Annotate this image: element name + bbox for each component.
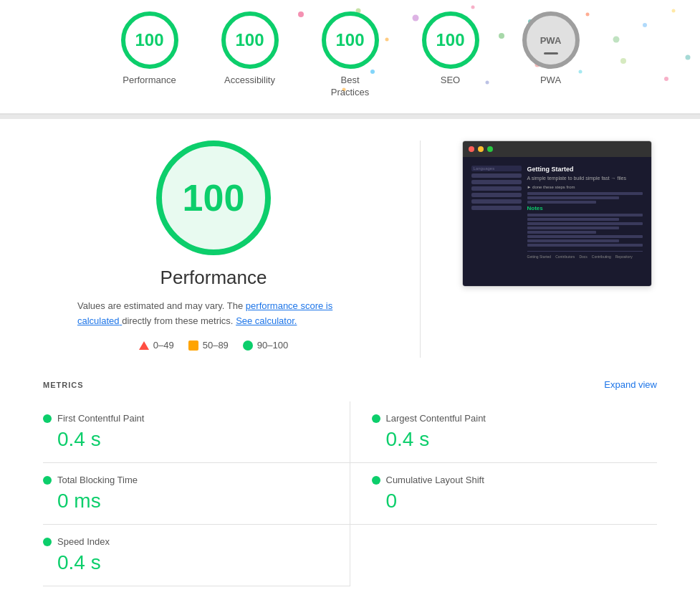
- score-circle-seo: 100: [422, 11, 479, 69]
- metric-name-cls: Cumulative Layout Shift: [386, 475, 484, 485]
- metric-dot-lcp: [372, 414, 380, 423]
- minimize-dot: [478, 146, 484, 152]
- calculator-link[interactable]: See calculator.: [236, 315, 297, 326]
- screenshot-titlebar: [463, 141, 651, 157]
- metrics-header: METRICS Expand view: [43, 379, 657, 390]
- page-screenshot: Languages Getting Started A simple templ…: [462, 141, 652, 287]
- metric-dot-si: [43, 538, 52, 546]
- metric-header-cls: Cumulative Layout Shift: [372, 475, 658, 485]
- metric-item-si: Speed Index 0.4 s: [43, 525, 350, 586]
- score-legend: 0–49 50–89 90–100: [139, 340, 288, 351]
- pwa-dash: [544, 52, 558, 54]
- metric-item-cls: Cumulative Layout Shift 0: [350, 463, 658, 525]
- metric-item-tbt: Total Blocking Time 0 ms: [43, 463, 350, 525]
- metric-value-lcp: 0.4 s: [386, 428, 658, 451]
- svg-point-11: [613, 37, 620, 43]
- scores-header: 100Performance100Accessibility100Best Pr…: [0, 0, 700, 115]
- score-circle-pwa: PWA: [522, 11, 580, 69]
- score-value-best-practices: 100: [335, 30, 364, 50]
- metric-name-lcp: Largest Contentful Paint: [386, 413, 486, 424]
- score-item-best-practices: 100Best Practices: [322, 11, 379, 99]
- svg-point-13: [672, 9, 676, 13]
- vertical-divider: [420, 141, 421, 358]
- score-circle-best-practices: 100: [322, 11, 379, 69]
- metric-item-fcp: First Contentful Paint 0.4 s: [43, 401, 350, 463]
- legend-item-average: 50–89: [188, 340, 229, 351]
- sc-layout: Languages Getting Started A simple templ…: [471, 166, 643, 259]
- pass-range: 90–100: [257, 340, 288, 351]
- score-label-pwa: PWA: [540, 75, 561, 87]
- main-content: 100 Performance Values are estimated and…: [0, 119, 700, 380]
- big-score-circle: 100: [156, 141, 271, 255]
- expand-view-button[interactable]: Expand view: [604, 379, 657, 390]
- maximize-dot: [487, 146, 493, 152]
- svg-point-10: [586, 13, 590, 16]
- metric-name-si: Speed Index: [57, 536, 110, 547]
- score-item-seo: 100SEO: [422, 11, 479, 87]
- metrics-grid: First Contentful Paint 0.4 s Largest Con…: [43, 401, 657, 586]
- metric-dot-cls: [372, 476, 380, 485]
- score-item-accessibility: 100Accessibility: [221, 11, 279, 87]
- sc-notes-title: Notes: [527, 205, 643, 211]
- close-dot: [469, 146, 474, 152]
- metric-header-lcp: Largest Contentful Paint: [372, 413, 658, 424]
- sc-page-subtitle: A simple template to build simple fast →…: [527, 176, 643, 181]
- fail-range: 0–49: [153, 340, 174, 351]
- score-value-seo: 100: [436, 30, 464, 50]
- metrics-section-title: METRICS: [43, 381, 84, 389]
- score-label-performance: Performance: [123, 75, 176, 87]
- metric-header-fcp: First Contentful Paint: [43, 413, 328, 424]
- sc-nav: Languages: [471, 166, 522, 259]
- score-value-accessibility: 100: [235, 30, 264, 50]
- pwa-label: PWA: [540, 35, 562, 46]
- legend-item-fail: 0–49: [139, 340, 174, 351]
- svg-point-12: [643, 23, 647, 27]
- legend-item-pass: 90–100: [243, 340, 288, 351]
- metric-value-cls: 0: [386, 490, 658, 513]
- metric-name-tbt: Total Blocking Time: [57, 475, 138, 485]
- svg-point-17: [664, 77, 668, 81]
- average-icon: [188, 341, 198, 351]
- metric-dot-tbt: [43, 476, 52, 485]
- metric-item-lcp: Largest Contentful Paint 0.4 s: [350, 401, 658, 463]
- score-label-best-practices: Best Practices: [331, 75, 369, 99]
- left-panel: 100 Performance Values are estimated and…: [43, 141, 384, 358]
- metric-header-si: Speed Index: [43, 536, 328, 547]
- svg-point-6: [471, 6, 475, 9]
- metric-header-tbt: Total Blocking Time: [43, 475, 328, 485]
- average-range: 50–89: [203, 340, 229, 351]
- metric-value-si: 0.4 s: [57, 551, 328, 574]
- metric-value-fcp: 0.4 s: [57, 428, 328, 451]
- score-value-performance: 100: [135, 30, 163, 50]
- performance-title: Performance: [160, 267, 267, 289]
- performance-description: Values are estimated and may vary. The p…: [77, 299, 350, 329]
- big-score-value: 100: [183, 176, 245, 219]
- metric-name-fcp: First Contentful Paint: [57, 413, 144, 424]
- metric-dot-fcp: [43, 414, 52, 423]
- sc-footer: Getting Started Contributors Docs Contri…: [527, 251, 643, 259]
- score-item-pwa: PWA PWA: [522, 11, 580, 87]
- score-label-seo: SEO: [441, 75, 460, 87]
- right-panel: Languages Getting Started A simple templ…: [456, 141, 657, 358]
- metric-item-empty: [350, 525, 658, 586]
- pass-icon: [243, 341, 253, 351]
- metric-value-tbt: 0 ms: [57, 490, 328, 513]
- svg-point-19: [686, 55, 691, 60]
- score-label-accessibility: Accessibility: [224, 75, 275, 87]
- svg-point-16: [620, 58, 626, 64]
- metrics-section: METRICS Expand view First Contentful Pai…: [0, 379, 700, 600]
- fail-icon: [139, 341, 149, 350]
- score-circle-accessibility: 100: [221, 11, 279, 69]
- sc-main-content: Getting Started A simple template to bui…: [527, 166, 643, 259]
- screenshot-content: Languages Getting Started A simple templ…: [463, 157, 651, 286]
- sc-page-title: Getting Started: [527, 166, 643, 173]
- score-item-performance: 100Performance: [121, 11, 178, 87]
- score-circle-performance: 100: [121, 11, 178, 69]
